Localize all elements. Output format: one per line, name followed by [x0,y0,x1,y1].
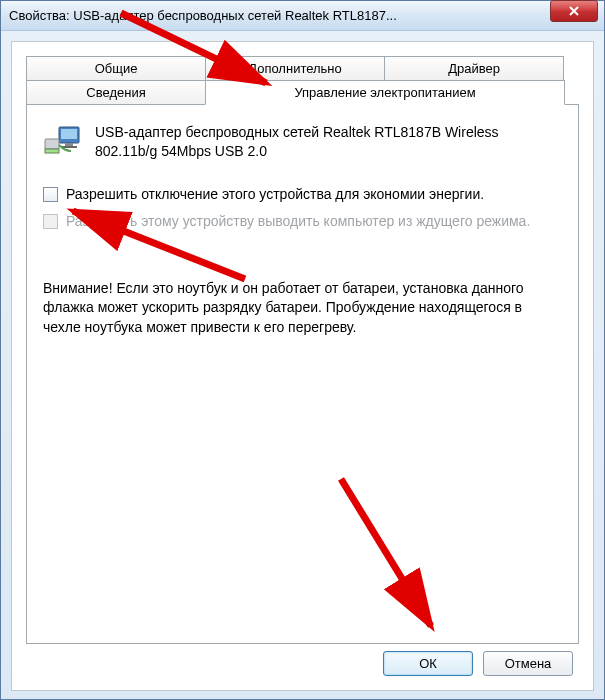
ok-button[interactable]: ОК [383,651,473,676]
tab-driver[interactable]: Драйвер [384,56,564,80]
network-adapter-icon [43,123,83,159]
dialog-body: Общие Дополнительно Драйвер Сведения Упр… [11,41,594,691]
close-button[interactable] [550,0,598,22]
button-row: ОК Отмена [383,651,573,676]
tab-panel-power: USB-адаптер беспроводных сетей Realtek R… [26,104,579,644]
svg-rect-2 [65,143,73,146]
checkbox-allow-power-off-label: Разрешить отключение этого устройства дл… [66,185,484,204]
tab-advanced[interactable]: Дополнительно [205,56,385,80]
warning-text: Внимание! Если это ноутбук и он работает… [43,279,562,338]
properties-dialog: Свойства: USB-адаптер беспроводных сетей… [0,0,605,700]
checkbox-allow-power-off[interactable] [43,187,58,202]
tab-details[interactable]: Сведения [26,80,206,105]
titlebar[interactable]: Свойства: USB-адаптер беспроводных сетей… [1,1,604,31]
svg-rect-5 [45,149,59,153]
tab-power-management[interactable]: Управление электропитанием [205,80,565,105]
device-name: USB-адаптер беспроводных сетей Realtek R… [95,123,562,161]
svg-rect-1 [61,129,77,139]
tab-general[interactable]: Общие [26,56,206,80]
window-title: Свойства: USB-адаптер беспроводных сетей… [9,8,596,23]
checkbox-allow-wake-label: Разрешить этому устройству выводить комп… [66,212,530,231]
checkbox-allow-wake [43,214,58,229]
tabs: Общие Дополнительно Драйвер Сведения Упр… [26,56,579,644]
svg-rect-4 [45,139,59,149]
close-icon [568,5,580,17]
cancel-button[interactable]: Отмена [483,651,573,676]
